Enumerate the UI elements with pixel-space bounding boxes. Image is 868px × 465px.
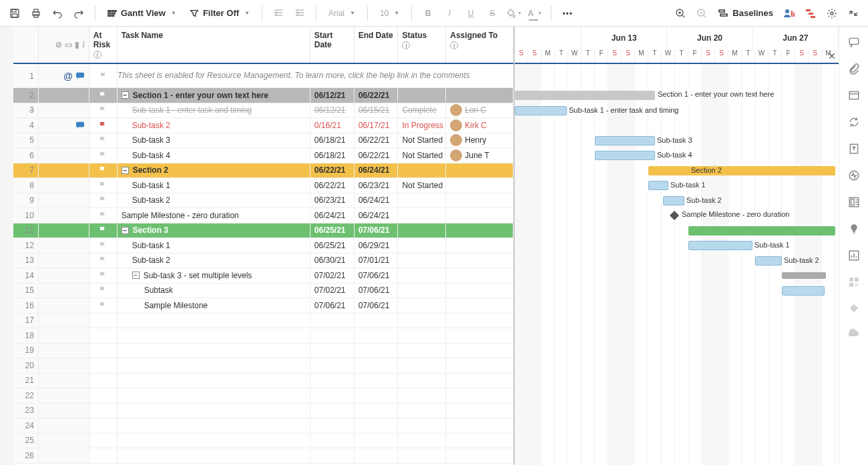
assign-cell[interactable] — [446, 298, 513, 313]
underline-icon[interactable]: U — [461, 4, 480, 23]
risk-flag-icon[interactable] — [89, 193, 118, 208]
start-cell[interactable]: 06/18/21 — [310, 133, 355, 148]
task-cell[interactable] — [118, 314, 310, 328]
task-cell[interactable]: −Sub-task 3 - set multiple levels — [118, 268, 310, 283]
save-icon[interactable] — [5, 4, 24, 23]
assign-cell[interactable] — [446, 268, 513, 283]
risk-flag-icon[interactable] — [89, 358, 118, 373]
zoom-in-icon[interactable] — [671, 4, 690, 23]
row-number[interactable]: 22 — [13, 388, 39, 403]
assign-cell[interactable]: Lori C — [446, 103, 513, 118]
table-row[interactable]: 11−Section 306/25/2107/06/21 — [13, 223, 513, 239]
assign-cell[interactable]: Kirk C — [446, 118, 513, 133]
task-cell[interactable]: Sub-task 2 — [118, 118, 310, 133]
row-number[interactable]: 21 — [13, 374, 39, 388]
view-dropdown[interactable]: Gantt View▼ — [102, 4, 182, 23]
redo-icon[interactable] — [69, 4, 88, 23]
gantt-bar[interactable]: Sub-task 4 — [595, 151, 655, 160]
table-row[interactable]: 2−Section 1 - enter your own text here06… — [13, 88, 513, 103]
settings-icon[interactable] — [823, 4, 841, 23]
task-cell[interactable] — [118, 434, 310, 448]
gantt-bar[interactable]: Sub-task 2 — [663, 196, 684, 205]
table-row[interactable]: 4Sub-task 20/16/2106/17/21In ProgressKir… — [13, 118, 513, 133]
assign-cell[interactable] — [446, 88, 513, 103]
undo-icon[interactable] — [48, 4, 67, 23]
table-row[interactable]: 26 — [13, 448, 513, 464]
row-number[interactable]: 5 — [13, 133, 39, 148]
assign-cell[interactable] — [446, 163, 513, 178]
bold-icon[interactable]: B — [419, 4, 437, 23]
task-cell[interactable]: Sample Milestone — [118, 298, 310, 313]
start-cell[interactable]: 06/23/21 — [310, 193, 355, 208]
tip-icon[interactable] — [848, 223, 860, 235]
risk-flag-icon[interactable] — [89, 448, 118, 463]
status-cell[interactable] — [398, 298, 446, 313]
start-cell[interactable]: 07/02/21 — [310, 284, 355, 298]
start-cell[interactable]: 06/25/21 — [310, 223, 355, 238]
indent-icon[interactable] — [290, 4, 309, 23]
row-number[interactable]: 14 — [13, 268, 39, 283]
end-cell[interactable]: 06/22/21 — [355, 133, 399, 148]
gantt-bar[interactable]: Sub-task 3 — [595, 136, 655, 145]
attachments-icon[interactable] — [848, 63, 860, 75]
start-cell[interactable]: 06/22/21 — [310, 178, 355, 193]
risk-flag-icon[interactable] — [89, 103, 118, 118]
risk-flag-icon[interactable] — [89, 64, 118, 87]
comment-icon[interactable] — [75, 72, 85, 80]
table-row[interactable]: 13Sub-task 206/30/2107/01/21 — [13, 254, 513, 269]
row-number[interactable]: 9 — [13, 193, 39, 208]
rownum-header[interactable] — [13, 27, 39, 63]
collapse-toggle-icon[interactable]: − — [132, 272, 140, 279]
row-number[interactable]: 11 — [13, 223, 39, 238]
row-number[interactable]: 4 — [13, 118, 39, 133]
table-row[interactable]: 19 — [13, 344, 513, 359]
status-cell[interactable]: Not Started — [398, 178, 446, 193]
status-header[interactable]: Statusi — [398, 27, 446, 63]
row-number[interactable]: 26 — [13, 448, 39, 463]
status-cell[interactable]: Not Started — [398, 133, 446, 148]
close-gantt-icon[interactable]: ✕ — [828, 51, 836, 61]
status-cell[interactable] — [398, 284, 446, 298]
taskname-header[interactable]: Task Name — [118, 27, 310, 63]
table-row[interactable]: 18 — [13, 328, 513, 344]
diamond-icon[interactable] — [849, 303, 859, 314]
table-row[interactable]: 22 — [13, 388, 513, 404]
format-icon[interactable] — [848, 276, 860, 288]
status-cell[interactable]: In Progress — [398, 118, 446, 133]
gantt-bar[interactable] — [782, 286, 825, 296]
task-cell[interactable]: Sample Milestone - zero duration — [118, 208, 310, 223]
fontsize-dropdown[interactable]: 10▼ — [375, 4, 405, 23]
gantt-bar[interactable] — [782, 272, 826, 279]
end-cell[interactable]: 06/22/21 — [355, 148, 399, 163]
fill-color-icon[interactable]: ▼ — [504, 4, 523, 23]
end-cell[interactable]: 06/15/21 — [355, 103, 399, 118]
table-row[interactable]: 16Sample Milestone07/06/2107/06/21 — [13, 298, 513, 314]
task-cell[interactable]: Sub-task 2 — [118, 193, 310, 208]
start-cell[interactable]: 06/12/21 — [310, 103, 355, 118]
collapse-icon[interactable] — [844, 4, 863, 23]
risk-flag-icon[interactable] — [89, 418, 118, 433]
end-cell[interactable]: 07/01/21 — [355, 254, 399, 268]
row-number[interactable]: 10 — [13, 208, 39, 223]
gantt-bar[interactable]: Sub-task 1 - enter task and timing — [515, 106, 567, 115]
start-cell[interactable]: 06/24/21 — [310, 208, 355, 223]
assign-cell[interactable]: June T — [446, 148, 513, 163]
assign-cell[interactable] — [446, 178, 513, 193]
assign-cell[interactable] — [446, 238, 513, 253]
status-cell[interactable] — [398, 268, 446, 283]
end-cell[interactable]: 06/17/21 — [355, 118, 399, 133]
row-number[interactable]: 24 — [13, 418, 39, 433]
task-cell[interactable]: −Section 3 — [118, 223, 310, 238]
task-cell[interactable] — [118, 374, 310, 388]
brandfolder-icon[interactable] — [848, 328, 860, 339]
status-cell[interactable] — [398, 238, 446, 253]
status-cell[interactable]: Complete — [398, 103, 446, 118]
table-row[interactable]: 1@This sheet is enabled for Resource Man… — [13, 64, 513, 88]
gantt-bar[interactable]: Sub-task 2 — [755, 256, 782, 266]
risk-flag-icon[interactable] — [89, 388, 118, 403]
status-cell[interactable] — [398, 163, 446, 178]
table-row[interactable]: 23 — [13, 404, 513, 419]
end-cell[interactable]: 06/24/21 — [355, 208, 399, 223]
text-color-icon[interactable]: A▼ — [525, 4, 544, 23]
task-cell[interactable]: Sub-task 1 — [118, 178, 310, 193]
